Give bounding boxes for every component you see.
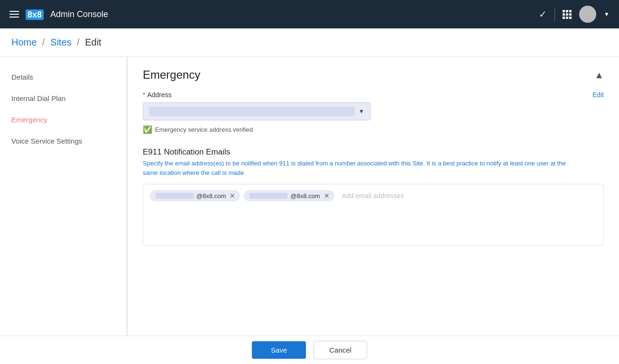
email-tag-2-suffix: @8x8.com — [290, 192, 320, 200]
address-dropdown[interactable]: ▼ — [143, 102, 370, 120]
checkmark-icon[interactable]: ✓ — [539, 9, 547, 20]
add-email-input[interactable]: Add email addresses — [338, 190, 408, 201]
breadcrumb-sep-2: / — [77, 37, 80, 47]
required-marker: * — [143, 91, 145, 99]
collapse-icon[interactable]: ▲ — [594, 70, 604, 81]
app-logo: 8x8 — [26, 8, 44, 20]
app-title: Admin Console — [50, 9, 108, 19]
avatar[interactable] — [579, 6, 596, 23]
header-divider — [554, 7, 555, 21]
emergency-section-header: Emergency ▲ — [143, 68, 604, 82]
main-layout: Details Internal Dial Plan Emergency Voi… — [0, 57, 619, 336]
emergency-title: Emergency — [143, 68, 200, 82]
sidebar-item-details[interactable]: Details — [0, 66, 127, 88]
address-edit-link[interactable]: Edit — [592, 91, 604, 99]
email-tag-1: @8x8.com ✕ — [150, 190, 240, 201]
verified-message: ✅ Emergency service address verified — [143, 125, 604, 134]
email-tag-2: @8x8.com ✕ — [244, 190, 334, 201]
sidebar-item-internal-dial-plan[interactable]: Internal Dial Plan — [0, 88, 127, 109]
header-left: 8x8 Admin Console — [9, 8, 108, 20]
email-tag-2-username — [249, 193, 287, 199]
email-tag-1-username — [156, 193, 194, 199]
breadcrumb-sep-1: / — [42, 37, 45, 47]
breadcrumb-home[interactable]: Home — [11, 37, 37, 47]
address-field-row: *Address Edit — [143, 91, 604, 99]
cancel-button[interactable]: Cancel — [314, 341, 367, 359]
breadcrumb: Home / Sites / Edit — [11, 37, 608, 48]
email-tags-box[interactable]: @8x8.com ✕ @8x8.com ✕ Add email addresse… — [143, 184, 604, 246]
email-tag-1-suffix: @8x8.com — [196, 192, 226, 200]
e911-title: E911 Notification Emails — [143, 147, 604, 157]
email-tag-2-remove[interactable]: ✕ — [324, 192, 330, 200]
email-tag-1-remove[interactable]: ✕ — [230, 192, 235, 200]
avatar-dropdown-caret[interactable]: ▼ — [604, 11, 610, 18]
e911-description: Specify the email address(es) to be noti… — [143, 159, 570, 177]
page-footer: Save Cancel — [0, 336, 619, 364]
sidebar-item-emergency[interactable]: Emergency — [0, 109, 127, 130]
verified-text: Emergency service address verified — [155, 126, 253, 133]
waffle-icon[interactable] — [563, 10, 572, 19]
address-label: *Address — [143, 91, 172, 99]
hamburger-menu[interactable] — [9, 11, 19, 18]
save-button[interactable]: Save — [252, 341, 306, 359]
header-right: ✓ ▼ — [539, 6, 610, 23]
sidebar-item-voice-service-settings[interactable]: Voice Service Settings — [0, 130, 127, 152]
breadcrumb-bar: Home / Sites / Edit — [0, 28, 619, 57]
address-select-value — [149, 107, 355, 116]
address-dropdown-caret: ▼ — [359, 108, 364, 115]
breadcrumb-current: Edit — [85, 37, 101, 47]
verified-icon: ✅ — [143, 125, 152, 134]
main-content: Emergency ▲ *Address Edit ▼ ✅ Emergency … — [127, 57, 619, 336]
sidebar: Details Internal Dial Plan Emergency Voi… — [0, 57, 127, 336]
breadcrumb-sites[interactable]: Sites — [50, 37, 71, 47]
app-header: 8x8 Admin Console ✓ ▼ — [0, 0, 619, 28]
